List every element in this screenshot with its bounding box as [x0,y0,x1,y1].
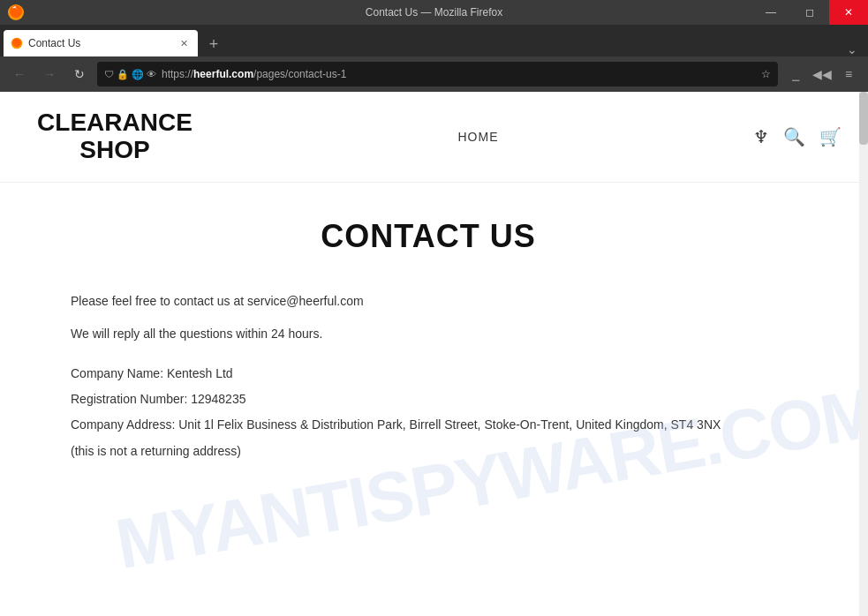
reply-info-text: We will reply all the questions within 2… [71,323,786,345]
new-tab-button[interactable]: + [201,32,226,56]
account-icon[interactable]: ♆ [753,126,769,147]
scrollbar-thumb[interactable] [859,92,868,145]
company-name: Company Name: Kentesh Ltd [71,363,786,385]
address-bar: ← → ↻ 🛡 🔒 🌐 👁 https://heerful.com/pages/… [0,56,868,92]
reload-button[interactable]: ↻ [67,62,92,86]
site-header: CLEARANCE SHOP HOME ♆ 🔍 🛒 [0,92,868,183]
tab-label: Contact Us [28,37,80,49]
active-tab[interactable]: Contact Us ✕ [4,30,198,56]
company-address: Company Address: Unit 1l Felix Business … [71,414,786,436]
title-bar: Contact Us — Mozilla Firefox — ◻ ✕ [0,0,868,25]
window-controls: — ◻ ✕ [751,0,868,25]
search-icon[interactable]: 🔍 [783,126,805,147]
extensions-button[interactable]: ◀◀ [810,62,834,86]
intro-text: Please feel free to contact us at servic… [71,290,786,312]
website-content: CLEARANCE SHOP HOME ♆ 🔍 🛒 MYANTISPYWARE.… [0,92,868,616]
reg-number: Registration Number: 12948235 [71,388,786,410]
url-bar[interactable]: 🛡 🔒 🌐 👁 https://heerful.com/pages/contac… [97,62,778,86]
cart-icon[interactable]: 🛒 [819,126,842,147]
url-text: https://heerful.com/pages/contact-us-1 [162,68,346,80]
pocket-button[interactable]: ⎯ [783,62,808,86]
url-protocol: https:// [162,68,193,80]
site-main-content: MYANTISPYWARE.COM CONTACT US Please feel… [0,183,857,501]
header-icons: ♆ 🔍 🛒 [753,126,842,147]
back-button[interactable]: ← [7,62,32,86]
tab-close-button[interactable]: ✕ [177,36,191,50]
browser-chrome: Contact Us — Mozilla Firefox — ◻ ✕ Conta… [0,0,868,92]
site-nav: HOME [203,126,753,147]
site-logo[interactable]: CLEARANCE SHOP [26,109,203,164]
firefox-icon [7,4,25,21]
url-path: /pages/contact-us-1 [253,68,346,80]
contact-details: Company Name: Kentesh Ltd Registration N… [71,363,786,462]
bookmark-icon[interactable]: ☆ [761,68,771,80]
url-security-icons: 🛡 🔒 🌐 👁 [104,69,156,80]
forward-button[interactable]: → [37,62,62,86]
lock-icon: 🔒 [117,69,129,80]
restore-button[interactable]: ◻ [790,0,829,25]
title-bar-text: Contact Us — Mozilla Firefox [366,6,502,19]
logo-line1: CLEARANCE [37,109,192,136]
url-domain: heerful.com [193,68,253,80]
privacy-icon: 👁 [147,69,156,79]
toolbar-right: ⎯ ◀◀ ≡ [783,62,861,86]
address-note: (this is not a returning address) [71,440,786,462]
page-title: CONTACT US [71,218,786,255]
more-button[interactable]: ≡ [836,62,861,86]
nav-home[interactable]: HOME [451,126,506,147]
url-right-icons: ☆ [761,68,771,80]
minimize-button[interactable]: — [751,0,790,25]
shield-icon: 🛡 [104,69,114,79]
tabs-bar: Contact Us ✕ + ⌄ [0,25,868,56]
globe-icon: 🌐 [132,69,144,80]
close-button[interactable]: ✕ [829,0,868,25]
tab-favicon [11,37,23,49]
tabs-arrow[interactable]: ⌄ [847,42,864,56]
logo-line2: SHOP [79,136,149,163]
scrollbar[interactable] [859,92,868,616]
contact-body: Please feel free to contact us at servic… [71,290,786,462]
